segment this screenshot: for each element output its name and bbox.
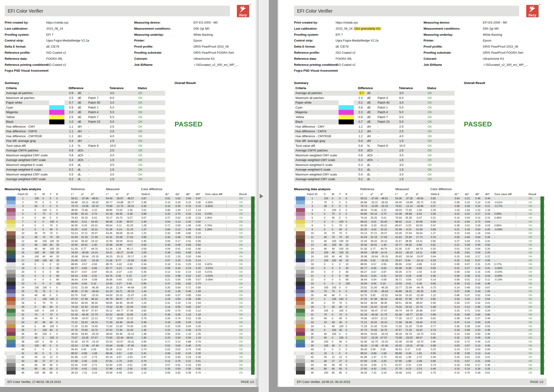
tolerance-header: Tolerance	[399, 86, 413, 91]
cell: 100	[42, 332, 47, 336]
info-label: Reference profile:	[5, 50, 31, 56]
cell: OK	[239, 336, 243, 340]
criteria-label: Average weighted CMY scale	[295, 177, 335, 182]
cell: OK	[529, 347, 532, 351]
cell: 0.23	[475, 328, 480, 332]
cell: OK	[529, 196, 532, 200]
cell: 32.56	[71, 243, 78, 247]
cell: 0	[56, 316, 58, 320]
cell: -0.31	[381, 274, 386, 278]
patch-swatch	[7, 235, 16, 239]
cell: -	[205, 231, 206, 235]
cell: -20.19	[91, 204, 98, 208]
cell: 0.07	[475, 259, 480, 263]
cell: 0.00	[371, 347, 375, 351]
cell: 0	[42, 204, 44, 208]
tolerance-value: 2.5	[399, 124, 403, 129]
tolerance-value: 5.0	[399, 110, 403, 115]
patch-swatch	[296, 371, 305, 375]
report-page-left: EFI Color Verifier fiery ® Print created…	[0, 0, 259, 387]
cell: 0	[56, 297, 58, 301]
cell: 52.07	[395, 363, 402, 367]
cell: OK	[239, 259, 243, 263]
cell: 31.94	[71, 239, 78, 243]
criteria-label: Cyan	[295, 105, 302, 110]
cell: 0.59	[485, 359, 490, 363]
cell: 69.27	[361, 270, 367, 274]
cell: 0.40	[196, 247, 201, 251]
cell: 67.90	[395, 359, 402, 363]
cell: 20	[56, 255, 59, 259]
cell: 0.80	[165, 208, 170, 212]
cell: 9.82	[81, 293, 86, 297]
cell: 0	[346, 367, 347, 371]
info-row: Reference printing conditions:ISO Coated…	[294, 62, 422, 68]
cell: 0	[56, 216, 58, 220]
criteria-label: Average all patches	[6, 91, 33, 96]
cell: 0	[332, 316, 333, 320]
column-header: b*	[127, 192, 129, 196]
patch-swatch	[296, 320, 305, 324]
cell: 0	[50, 274, 51, 278]
status-ok: OK	[428, 177, 432, 182]
difference-value: 1.2	[358, 134, 363, 139]
cell: 0.72	[475, 220, 480, 224]
tolerance-value: 5.0	[110, 110, 114, 115]
cell: 100	[324, 371, 328, 375]
cell: 0	[56, 367, 58, 371]
patch-reference: -	[378, 91, 379, 96]
patch-swatch	[7, 255, 16, 259]
next-page-arrow-icon[interactable]	[260, 194, 263, 199]
patch-swatch	[7, 320, 16, 324]
cell: 36	[16, 332, 29, 336]
cell: 40	[42, 216, 45, 220]
cell: 40	[42, 344, 45, 348]
cell: -	[494, 359, 495, 363]
info-row: Fogra PSD Visual Assessment-	[5, 68, 133, 74]
cell: 12.39	[416, 316, 423, 320]
criteria-label: Hue difference - CMYRGB	[295, 134, 331, 139]
status-ok: OK	[428, 139, 432, 143]
patch-swatch	[7, 266, 16, 270]
cell: 0.73	[196, 328, 201, 332]
cell: -2.73	[381, 355, 386, 359]
cell: 66.88	[361, 200, 367, 204]
tolerance-value: 3.0	[399, 172, 403, 177]
info-value: Ugra Fogra-MediaWedge V2.2a	[336, 38, 379, 44]
cell: 27	[306, 297, 319, 301]
info-row: Printer:Epson	[424, 38, 545, 44]
cell: 0.04	[475, 251, 480, 255]
cell: -0.62%	[205, 274, 213, 278]
cell: 0.40	[465, 316, 470, 320]
cell: -2.71	[381, 363, 386, 367]
cell: 36.86	[106, 278, 112, 282]
cell: -35.62	[381, 200, 388, 204]
info-label: Delta E format:	[5, 44, 26, 50]
cell: 0	[332, 313, 333, 317]
cell: 70	[50, 301, 53, 305]
cell: 0.65	[475, 313, 480, 317]
difference-value: 0.1	[358, 167, 363, 172]
cell: 100	[324, 259, 328, 263]
cell: 0.49	[465, 286, 470, 290]
cell: 0.52	[431, 332, 436, 336]
summary-heading: Summary	[294, 81, 455, 85]
column-header: db*	[186, 192, 190, 196]
cell: 0	[339, 344, 340, 348]
cell: 0.63	[475, 227, 480, 231]
cell: 26	[306, 293, 319, 297]
cell: 0.25	[485, 367, 490, 371]
unit-label: dL	[367, 163, 370, 168]
cell: -5.20	[81, 224, 87, 227]
cell: -3.00	[371, 363, 376, 367]
cell: 0.12	[175, 340, 180, 344]
cell: -	[494, 324, 495, 328]
summary-row: Cyan0.9dEPatch 15.0OK	[5, 105, 165, 110]
cell: 0.64	[485, 231, 490, 235]
cell: 0.66	[431, 282, 436, 286]
cell: 0	[324, 227, 325, 231]
patch-swatch	[296, 266, 305, 270]
cell: 0.38	[455, 316, 459, 320]
cell: 1.31	[175, 328, 180, 332]
column-header: Delta E	[431, 192, 440, 196]
